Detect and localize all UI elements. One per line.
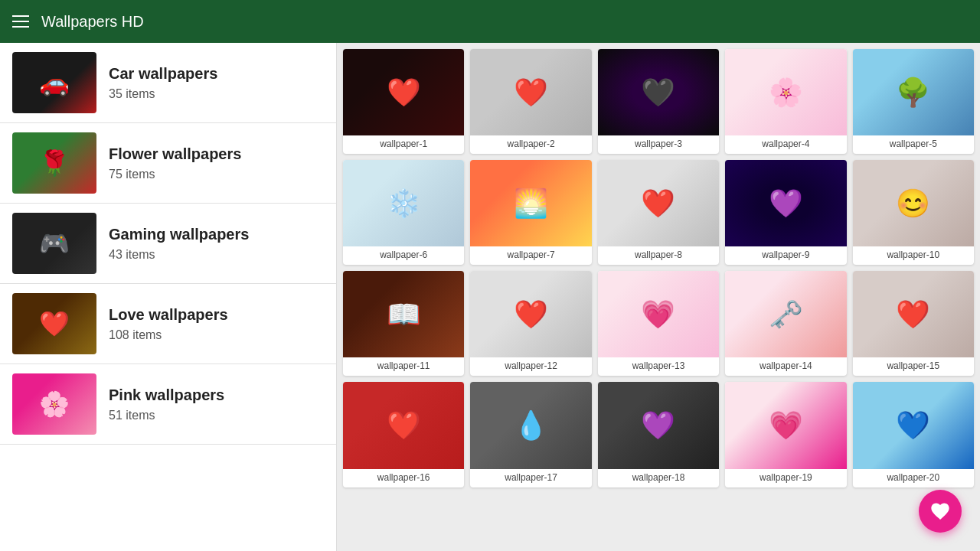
wallpaper-thumb-wallpaper-7: 🌅 (470, 160, 591, 246)
category-name-car: Car wallpapers (109, 65, 324, 83)
wallpaper-thumb-wallpaper-16: ❤️ (343, 382, 464, 468)
wallpaper-grid: ❤️wallpaper-1❤️wallpaper-2🖤wallpaper-3🌸w… (343, 49, 974, 487)
wallpaper-thumb-wallpaper-4: 🌸 (725, 49, 846, 135)
wallpaper-item-wallpaper-18[interactable]: 💜wallpaper-18 (598, 382, 719, 487)
sidebar-item-love[interactable]: ❤️Love wallpapers108 items (0, 284, 336, 364)
wallpaper-thumb-wallpaper-18: 💜 (598, 382, 719, 468)
sidebar-info-love: Love wallpapers108 items (109, 306, 324, 342)
wallpaper-thumb-wallpaper-11: 📖 (343, 271, 464, 357)
wallpaper-thumb-wallpaper-12: ❤️ (470, 271, 591, 357)
wallpaper-thumb-wallpaper-20: 💙 (853, 382, 974, 468)
wallpaper-item-wallpaper-17[interactable]: 💧wallpaper-17 (470, 382, 591, 487)
wallpaper-label-wallpaper-4: wallpaper-4 (725, 135, 846, 154)
wallpaper-label-wallpaper-20: wallpaper-20 (853, 469, 974, 487)
layout: 🚗Car wallpapers35 items🌹Flower wallpaper… (0, 43, 980, 551)
wallpaper-item-wallpaper-10[interactable]: 😊wallpaper-10 (853, 160, 974, 265)
wallpaper-item-wallpaper-13[interactable]: 💗wallpaper-13 (598, 271, 719, 376)
wallpaper-item-wallpaper-8[interactable]: ❤️wallpaper-8 (598, 160, 719, 265)
wallpaper-thumb-wallpaper-19: 💗 (725, 382, 846, 468)
category-name-pink: Pink wallpapers (109, 386, 324, 404)
wallpaper-label-wallpaper-17: wallpaper-17 (470, 469, 591, 487)
category-count-flower: 75 items (109, 168, 324, 181)
wallpaper-thumb-wallpaper-17: 💧 (470, 382, 591, 468)
sidebar-thumb-love: ❤️ (12, 293, 96, 354)
menu-icon[interactable] (12, 15, 29, 28)
sidebar-thumb-car: 🚗 (12, 52, 96, 113)
wallpaper-item-wallpaper-15[interactable]: ❤️wallpaper-15 (853, 271, 974, 376)
wallpaper-label-wallpaper-11: wallpaper-11 (343, 357, 464, 376)
wallpaper-thumb-wallpaper-6: ❄️ (343, 160, 464, 246)
wallpaper-label-wallpaper-12: wallpaper-12 (470, 357, 591, 376)
wallpaper-item-wallpaper-7[interactable]: 🌅wallpaper-7 (470, 160, 591, 265)
wallpaper-thumb-wallpaper-10: 😊 (853, 160, 974, 246)
category-count-car: 35 items (109, 87, 324, 101)
wallpaper-label-wallpaper-6: wallpaper-6 (343, 246, 464, 265)
wallpaper-item-wallpaper-2[interactable]: ❤️wallpaper-2 (470, 49, 591, 154)
wallpaper-label-wallpaper-2: wallpaper-2 (470, 135, 591, 154)
sidebar-item-flower[interactable]: 🌹Flower wallpapers75 items (0, 123, 336, 204)
wallpaper-item-wallpaper-12[interactable]: ❤️wallpaper-12 (470, 271, 591, 376)
wallpaper-item-wallpaper-5[interactable]: 🌳wallpaper-5 (853, 49, 974, 154)
sidebar-info-car: Car wallpapers35 items (109, 65, 324, 101)
wallpaper-thumb-wallpaper-9: 💜 (725, 160, 846, 246)
category-name-gaming: Gaming wallpapers (109, 226, 324, 243)
wallpaper-thumb-wallpaper-1: ❤️ (343, 49, 464, 135)
wallpaper-label-wallpaper-3: wallpaper-3 (598, 135, 719, 154)
sidebar-item-gaming[interactable]: 🎮Gaming wallpapers43 items (0, 204, 336, 284)
wallpaper-item-wallpaper-1[interactable]: ❤️wallpaper-1 (343, 49, 464, 154)
sidebar-info-gaming: Gaming wallpapers43 items (109, 226, 324, 262)
sidebar-item-car[interactable]: 🚗Car wallpapers35 items (0, 43, 336, 123)
wallpaper-thumb-wallpaper-13: 💗 (598, 271, 719, 357)
wallpaper-label-wallpaper-8: wallpaper-8 (598, 246, 719, 265)
wallpaper-label-wallpaper-10: wallpaper-10 (853, 246, 974, 265)
sidebar-thumb-flower: 🌹 (12, 132, 96, 194)
wallpaper-thumb-wallpaper-3: 🖤 (598, 49, 719, 135)
favorite-fab[interactable] (919, 490, 962, 533)
wallpaper-label-wallpaper-15: wallpaper-15 (853, 357, 974, 376)
wallpaper-item-wallpaper-20[interactable]: 💙wallpaper-20 (853, 382, 974, 487)
wallpaper-label-wallpaper-13: wallpaper-13 (598, 357, 719, 376)
wallpaper-item-wallpaper-19[interactable]: 💗wallpaper-19 (725, 382, 846, 487)
wallpaper-thumb-wallpaper-14: 🗝️ (725, 271, 846, 357)
category-name-flower: Flower wallpapers (109, 145, 324, 163)
wallpaper-thumb-wallpaper-15: ❤️ (853, 271, 974, 357)
wallpaper-item-wallpaper-14[interactable]: 🗝️wallpaper-14 (725, 271, 846, 376)
wallpaper-item-wallpaper-9[interactable]: 💜wallpaper-9 (725, 160, 846, 265)
wallpaper-item-wallpaper-4[interactable]: 🌸wallpaper-4 (725, 49, 846, 154)
sidebar: 🚗Car wallpapers35 items🌹Flower wallpaper… (0, 43, 337, 551)
category-count-pink: 51 items (109, 409, 324, 422)
sidebar-thumb-gaming: 🎮 (12, 213, 96, 274)
wallpaper-item-wallpaper-16[interactable]: ❤️wallpaper-16 (343, 382, 464, 487)
wallpaper-item-wallpaper-6[interactable]: ❄️wallpaper-6 (343, 160, 464, 265)
wallpaper-thumb-wallpaper-8: ❤️ (598, 160, 719, 246)
main-content: ❤️wallpaper-1❤️wallpaper-2🖤wallpaper-3🌸w… (337, 43, 980, 551)
wallpaper-label-wallpaper-14: wallpaper-14 (725, 357, 846, 376)
sidebar-thumb-pink: 🌸 (12, 373, 96, 435)
wallpaper-thumb-wallpaper-5: 🌳 (853, 49, 974, 135)
wallpaper-label-wallpaper-19: wallpaper-19 (725, 469, 846, 487)
wallpaper-thumb-wallpaper-2: ❤️ (470, 49, 591, 135)
wallpaper-label-wallpaper-1: wallpaper-1 (343, 135, 464, 154)
wallpaper-label-wallpaper-9: wallpaper-9 (725, 246, 846, 265)
sidebar-item-pink[interactable]: 🌸Pink wallpapers51 items (0, 364, 336, 445)
wallpaper-label-wallpaper-16: wallpaper-16 (343, 469, 464, 487)
wallpaper-item-wallpaper-11[interactable]: 📖wallpaper-11 (343, 271, 464, 376)
category-name-love: Love wallpapers (109, 306, 324, 324)
topbar: Wallpapers HD (0, 0, 980, 43)
wallpaper-label-wallpaper-18: wallpaper-18 (598, 469, 719, 487)
wallpaper-label-wallpaper-5: wallpaper-5 (853, 135, 974, 154)
wallpaper-item-wallpaper-3[interactable]: 🖤wallpaper-3 (598, 49, 719, 154)
sidebar-info-flower: Flower wallpapers75 items (109, 145, 324, 181)
category-count-gaming: 43 items (109, 248, 324, 262)
category-count-love: 108 items (109, 328, 324, 342)
wallpaper-label-wallpaper-7: wallpaper-7 (470, 246, 591, 265)
app-title: Wallpapers HD (41, 13, 144, 31)
sidebar-info-pink: Pink wallpapers51 items (109, 386, 324, 422)
